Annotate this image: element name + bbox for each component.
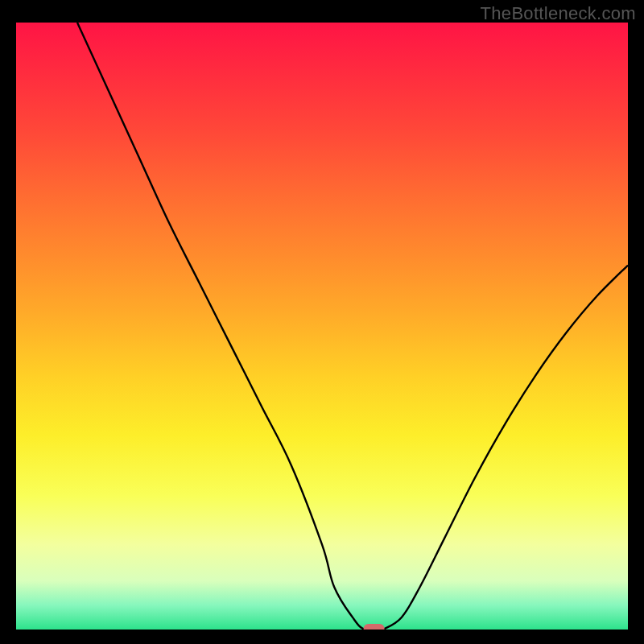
bottleneck-marker bbox=[364, 624, 385, 630]
right-curve bbox=[383, 266, 628, 630]
plot-area bbox=[16, 23, 628, 630]
watermark-text: TheBottleneck.com bbox=[481, 3, 636, 24]
chart-svg bbox=[16, 23, 628, 630]
chart-frame: TheBottleneck.com bbox=[0, 0, 644, 644]
left-curve bbox=[77, 23, 383, 630]
